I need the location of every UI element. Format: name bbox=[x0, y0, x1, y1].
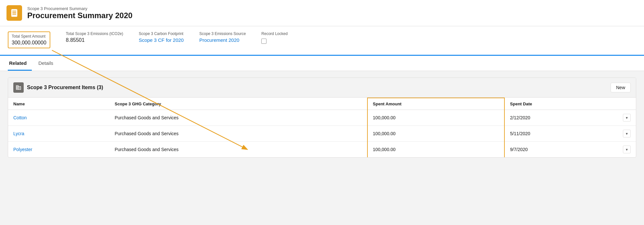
total-scope3-emissions-value: 8.85501 bbox=[66, 37, 123, 43]
header-section: Scope 3 Procurement Summary Procurement … bbox=[0, 0, 644, 26]
col-header-name: Name bbox=[8, 98, 109, 110]
row-lycra-action: ▼ bbox=[618, 126, 636, 142]
col-header-spent-amount: Spent Amount bbox=[367, 98, 505, 110]
app-icon bbox=[6, 5, 22, 21]
book-icon bbox=[10, 8, 19, 18]
row-lycra-date: 5/11/2020 bbox=[504, 126, 618, 142]
row-cotton-amount: 100,000.00 bbox=[367, 110, 505, 126]
row-lycra-ghg: Purchased Goods and Services bbox=[109, 126, 367, 142]
row-cotton-ghg: Purchased Goods and Services bbox=[109, 110, 367, 126]
scope3-emissions-source-label: Scope 3 Emissions Source bbox=[199, 31, 246, 36]
record-locked-label: Record Locked bbox=[261, 31, 288, 36]
table-row: Lycra Purchased Goods and Services 100,0… bbox=[8, 126, 636, 142]
row-lycra-name[interactable]: Lycra bbox=[8, 126, 109, 142]
record-locked-field: Record Locked bbox=[261, 31, 288, 44]
scope3-carbon-footprint-link[interactable]: Scope 3 CF for 2020 bbox=[139, 37, 184, 43]
row-cotton-dropdown[interactable]: ▼ bbox=[623, 114, 631, 122]
new-button[interactable]: New bbox=[611, 83, 631, 92]
scope3-carbon-footprint-field: Scope 3 Carbon Footprint Scope 3 CF for … bbox=[139, 31, 184, 43]
col-header-ghg-category: Scope 3 GHG Category bbox=[109, 98, 367, 110]
total-spent-amount-label: Total Spent Amount bbox=[12, 34, 46, 39]
tabs-section: Related Details bbox=[0, 56, 644, 71]
record-locked-checkbox[interactable] bbox=[261, 39, 266, 44]
header-subtitle: Scope 3 Procurement Summary bbox=[27, 6, 132, 11]
row-polyester-date: 9/7/2020 bbox=[504, 142, 618, 158]
total-spent-amount-value: 300,000.00000 bbox=[12, 40, 46, 46]
table-row: Polyester Purchased Goods and Services 1… bbox=[8, 142, 636, 158]
col-header-spent-date: Spent Date bbox=[504, 98, 618, 110]
procurement-items-table: Name Scope 3 GHG Category Spent Amount S… bbox=[8, 98, 636, 157]
scope3-carbon-footprint-label: Scope 3 Carbon Footprint bbox=[139, 31, 184, 36]
total-scope3-emissions-field: Total Scope 3 Emissions (tCO2e) 8.85501 bbox=[66, 31, 123, 43]
row-polyester-amount: 100,000.00 bbox=[367, 142, 505, 158]
header-text: Scope 3 Procurement Summary Procurement … bbox=[27, 6, 132, 20]
list-header: Scope 3 Procurement Items (3) New bbox=[8, 78, 636, 98]
row-cotton-name[interactable]: Cotton bbox=[8, 110, 109, 126]
list-header-left: Scope 3 Procurement Items (3) bbox=[13, 82, 103, 93]
header-title: Procurement Summary 2020 bbox=[27, 11, 132, 20]
list-icon bbox=[13, 82, 24, 93]
fields-section: Total Spent Amount 300,000.00000 Total S… bbox=[0, 26, 644, 56]
scope3-emissions-source-field: Scope 3 Emissions Source Procurement 202… bbox=[199, 31, 246, 43]
row-polyester-action: ▼ bbox=[618, 142, 636, 158]
row-polyester-dropdown[interactable]: ▼ bbox=[623, 146, 631, 153]
list-title: Scope 3 Procurement Items (3) bbox=[27, 85, 103, 90]
procurement-items-card: Scope 3 Procurement Items (3) New Name S… bbox=[8, 77, 636, 158]
building-icon bbox=[16, 85, 21, 90]
row-cotton-date: 2/12/2020 bbox=[504, 110, 618, 126]
total-spent-amount-field: Total Spent Amount 300,000.00000 bbox=[8, 31, 50, 48]
tab-related[interactable]: Related bbox=[8, 56, 32, 71]
page-wrapper: Scope 3 Procurement Summary Procurement … bbox=[0, 0, 644, 225]
table-row: Cotton Purchased Goods and Services 100,… bbox=[8, 110, 636, 126]
related-section: Scope 3 Procurement Items (3) New Name S… bbox=[0, 71, 644, 164]
row-lycra-dropdown[interactable]: ▼ bbox=[623, 130, 631, 137]
scope3-emissions-source-link[interactable]: Procurement 2020 bbox=[199, 37, 246, 43]
tab-details[interactable]: Details bbox=[37, 56, 58, 71]
row-polyester-name[interactable]: Polyester bbox=[8, 142, 109, 158]
col-header-action bbox=[618, 98, 636, 110]
row-lycra-amount: 100,000.00 bbox=[367, 126, 505, 142]
total-scope3-emissions-label: Total Scope 3 Emissions (tCO2e) bbox=[66, 31, 123, 36]
row-polyester-ghg: Purchased Goods and Services bbox=[109, 142, 367, 158]
row-cotton-action: ▼ bbox=[618, 110, 636, 126]
